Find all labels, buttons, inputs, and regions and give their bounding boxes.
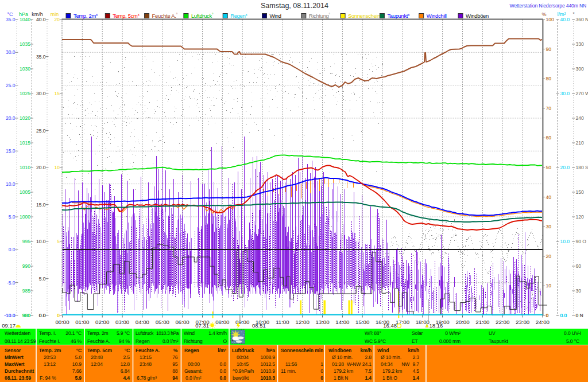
- svg-text:360 N: 360 N: [576, 17, 588, 22]
- svg-text:46 %: 46 %: [71, 338, 82, 344]
- svg-text:76: 76: [172, 354, 178, 360]
- svg-text:0: 0: [57, 313, 60, 318]
- svg-text:F: 94 %: F: 94 %: [40, 375, 56, 381]
- svg-text:l/m²: l/m²: [218, 348, 226, 353]
- svg-text:23:00: 23:00: [516, 319, 530, 325]
- svg-text:10.9: 10.9: [72, 361, 82, 367]
- svg-text:120: 120: [576, 214, 584, 220]
- svg-text:00:00: 00:00: [55, 319, 69, 325]
- svg-text:hPa: hPa: [19, 11, 28, 17]
- svg-text:04:00: 04:00: [136, 319, 150, 325]
- svg-text:179.2 km: 179.2 km: [334, 368, 353, 374]
- svg-text:15: 15: [55, 91, 60, 96]
- svg-text:0.0: 0.0: [9, 247, 16, 252]
- svg-text:1040: 1040: [20, 17, 30, 22]
- svg-text:5: 5: [57, 239, 60, 244]
- svg-text:10: 10: [546, 283, 552, 289]
- svg-text:0.0 UV-I: 0.0 UV-I: [564, 330, 581, 336]
- svg-text:Temp. I.: Temp. I.: [39, 330, 56, 336]
- svg-text:11 min.: 11 min.: [281, 368, 296, 374]
- svg-text:10.0: 10.0: [560, 239, 570, 244]
- svg-text:5.9: 5.9: [75, 375, 82, 381]
- svg-text:1025: 1025: [20, 91, 30, 96]
- svg-text:94 %: 94 %: [119, 338, 130, 344]
- svg-text:12:04: 12:04: [91, 361, 103, 367]
- svg-text:km/h: km/h: [32, 11, 43, 17]
- svg-text:23:48: 23:48: [140, 361, 152, 367]
- svg-text:%: %: [541, 11, 546, 17]
- svg-text:0: 0: [546, 313, 549, 318]
- svg-text:Temp. 5cm: Temp. 5cm: [87, 348, 112, 353]
- svg-text:4.4: 4.4: [123, 375, 130, 381]
- svg-text:01:00: 01:00: [75, 319, 90, 325]
- svg-text:Luftdruck°: Luftdruck°: [191, 13, 214, 19]
- svg-text:1010.3 hPa: 1010.3 hPa: [156, 331, 179, 336]
- svg-text:Wind: Wind: [377, 348, 389, 353]
- svg-text:1010.3: 1010.3: [261, 375, 276, 381]
- svg-text:00:00: 00:00: [188, 361, 200, 367]
- svg-text:1015: 1015: [20, 140, 30, 146]
- svg-text:Wetterstation Niedersorpe 440m: Wetterstation Niedersorpe 440m NN: [510, 3, 586, 9]
- svg-text:30.0: 30.0: [560, 91, 570, 96]
- svg-text:MaxWert: MaxWert: [5, 361, 25, 367]
- svg-text:11:56: 11:56: [285, 361, 297, 367]
- svg-text:11:00: 11:00: [276, 319, 289, 325]
- svg-text:0.0: 0.0: [219, 375, 226, 381]
- svg-text:0.0 l/m²: 0.0 l/m²: [163, 338, 179, 344]
- svg-text:1 Bft N: 1 Bft N: [334, 375, 348, 381]
- svg-text:0.0: 0.0: [560, 313, 567, 318]
- svg-text:16:48: 16:48: [383, 322, 397, 329]
- svg-text:5.0: 5.0: [39, 276, 46, 282]
- svg-text:1: 1: [320, 361, 323, 367]
- svg-text:6.78 g/m³: 6.78 g/m³: [137, 375, 157, 381]
- svg-text:7.5: 7.5: [365, 368, 372, 374]
- svg-text:985: 985: [22, 288, 30, 294]
- svg-text:08:51: 08:51: [252, 322, 266, 329]
- svg-text:Temp. 5cmx: Temp. 5cmx: [113, 13, 140, 19]
- svg-text:240: 240: [576, 115, 584, 121]
- svg-text:08.11.14 23:59: 08.11.14 23:59: [5, 338, 36, 344]
- svg-text:02:00: 02:00: [95, 319, 110, 325]
- svg-text:0.0: 0.0: [219, 361, 226, 367]
- svg-text:20:00: 20:00: [455, 319, 470, 325]
- svg-text:2.8: 2.8: [365, 354, 372, 360]
- svg-text:Samstag, 08.11.2014: Samstag, 08.11.2014: [261, 2, 328, 10]
- svg-text:1008.9: 1008.9: [261, 354, 276, 360]
- svg-text:Temp. 2mx: Temp. 2mx: [74, 13, 98, 19]
- svg-text:1.4: 1.4: [412, 375, 419, 381]
- svg-text:210: 210: [576, 140, 584, 146]
- svg-text:15.0: 15.0: [36, 202, 46, 208]
- svg-text:1012.5: 1012.5: [261, 361, 276, 367]
- svg-text:94: 94: [172, 375, 178, 381]
- svg-text:09:17: 09:17: [2, 322, 16, 329]
- svg-text:25.0: 25.0: [6, 83, 16, 88]
- svg-text:40.0: 40.0: [560, 17, 570, 22]
- svg-text:980: 980: [22, 313, 30, 318]
- svg-text:Windböen: Windböen: [466, 13, 489, 19]
- svg-text:12.8: 12.8: [121, 361, 130, 367]
- svg-text:10: 10: [55, 165, 60, 170]
- svg-text:35.0: 35.0: [6, 17, 16, 22]
- svg-text:2.3: 2.3: [412, 354, 419, 360]
- svg-text:ET: ET: [412, 338, 418, 344]
- svg-text:0.0 l/m²: 0.0 l/m²: [185, 375, 202, 381]
- svg-text:Ø 10 min.: Ø 10 min.: [332, 354, 353, 360]
- svg-text:5.9 °C: 5.9 °C: [117, 330, 130, 336]
- svg-text:-10.0: -10.0: [4, 313, 16, 318]
- svg-text:1 Bft O: 1 Bft O: [382, 375, 397, 381]
- svg-text:hPa: hPa: [266, 348, 276, 353]
- svg-text:990: 990: [22, 263, 30, 269]
- svg-text:30: 30: [546, 224, 552, 229]
- svg-text:0.0: 0.0: [219, 368, 226, 374]
- svg-text:21:00: 21:00: [475, 319, 490, 325]
- svg-text:°C: °C: [125, 348, 130, 353]
- svg-text:05:00: 05:00: [156, 319, 170, 325]
- svg-text:O: O: [223, 338, 227, 344]
- svg-text:°C: °C: [76, 348, 82, 353]
- svg-text:5.0: 5.0: [9, 214, 16, 220]
- svg-text:5.0 °C: 5.0 °C: [566, 338, 579, 344]
- svg-text:Windchill: Windchill: [427, 13, 447, 19]
- svg-text:150: 150: [576, 189, 584, 195]
- svg-text:1030: 1030: [20, 66, 30, 72]
- svg-text:1.4 km/h: 1.4 km/h: [208, 330, 227, 336]
